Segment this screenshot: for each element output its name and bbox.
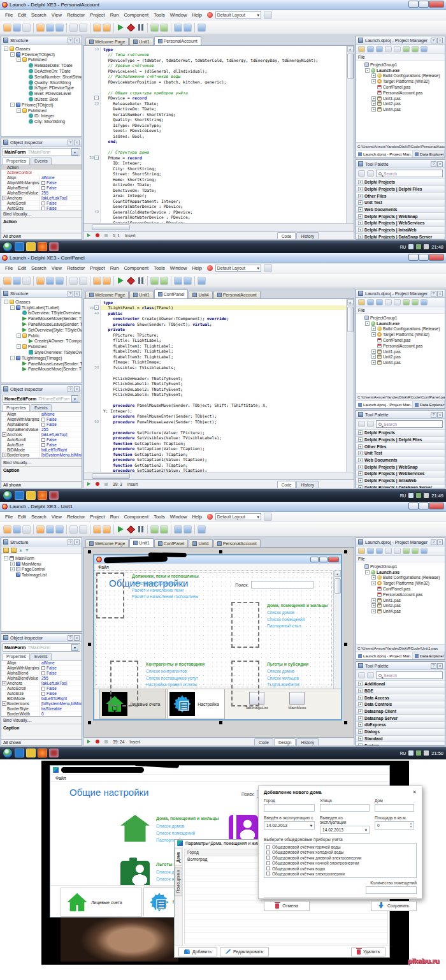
inspector-property-row[interactable]: +Anchors[akLeft,akTop] — [1, 196, 82, 201]
menu-item[interactable]: Window — [168, 265, 190, 272]
inspector-property-row[interactable]: +BorderIcons[biSystemMenu,biMinimize, — [1, 453, 82, 458]
browse-back-icon[interactable] — [174, 24, 182, 32]
palette-category[interactable]: +Additional — [356, 681, 445, 688]
tree-item[interactable]: ID: Integer — [1, 113, 82, 119]
property-value[interactable]: False — [47, 201, 57, 205]
designed-form[interactable]: Файл Общие настройки Поиск: Дома, помеще… — [93, 554, 342, 720]
pointer-icon[interactable] — [367, 421, 374, 427]
project-tree-item[interactable]: ProjectGroup1 — [356, 62, 445, 68]
palette-category[interactable]: +Dialogs — [356, 729, 445, 736]
project-tree-item[interactable]: +Unit4.pas — [356, 360, 445, 365]
property-checkbox[interactable] — [41, 687, 45, 691]
meter-checkbox-row[interactable]: Общедомовой счётчик горячей воды — [266, 845, 414, 849]
menu-item[interactable]: Refactor — [64, 265, 87, 272]
panel-link[interactable]: Регистрация должников — [132, 581, 198, 585]
project-tree-item[interactable]: +Build Configurations (Release) — [356, 73, 445, 79]
expand-icon[interactable]: + — [358, 743, 363, 745]
docked-tab[interactable]: Launch.dproj - Project Man... — [356, 652, 413, 659]
taskbar-browser-icon[interactable] — [38, 491, 47, 500]
minimize-button[interactable] — [408, 1, 419, 8]
close-button[interactable] — [429, 1, 444, 8]
inspector-property-row[interactable]: AlphaBlendFalse — [1, 422, 82, 427]
taskbar-browser-icon[interactable] — [38, 242, 47, 251]
close-button[interactable] — [328, 557, 339, 562]
palette-search-input[interactable]: Search — [376, 170, 443, 177]
expand-icon[interactable]: + — [371, 73, 376, 78]
pin-icon[interactable]: ? — [431, 539, 436, 545]
project-tree-item[interactable]: PersonalAccount.pas — [356, 592, 445, 597]
edit-button[interactable]: Редактировать — [220, 947, 269, 956]
platform-icon[interactable] — [421, 548, 428, 554]
palette-category[interactable]: +Data Access — [356, 694, 445, 701]
tree-item[interactable]: +PageControl — [1, 567, 82, 573]
pin-icon[interactable]: ? — [68, 635, 73, 641]
property-checkbox[interactable] — [41, 186, 45, 190]
tray-icon[interactable] — [416, 493, 421, 498]
tray-icon[interactable] — [416, 244, 421, 249]
property-checkbox[interactable] — [41, 201, 45, 205]
editor-view-tab[interactable]: Code — [254, 738, 273, 745]
docked-tab[interactable]: Launch.dproj - Project Man... — [356, 401, 413, 408]
inspector-property-row[interactable]: AutoScrollFalse — [1, 201, 82, 206]
clock[interactable]: 21:50 — [431, 750, 443, 756]
undo-icon[interactable] — [69, 277, 78, 285]
checkbox-icon[interactable] — [266, 845, 270, 849]
close-panel-icon[interactable]: x — [437, 663, 443, 669]
palette-category[interactable]: +Other Files — [356, 193, 445, 200]
new-project-icon[interactable] — [358, 299, 365, 305]
expand-icon[interactable]: + — [358, 485, 363, 488]
panel-link[interactable]: Список домов — [267, 610, 305, 615]
expand-icon[interactable]: - — [17, 108, 21, 113]
expand-icon[interactable]: + — [358, 235, 363, 239]
close-panel-icon[interactable]: x — [437, 539, 443, 545]
stop-icon[interactable] — [127, 277, 135, 285]
sync-icon[interactable] — [403, 46, 410, 52]
panel-link[interactable]: Список домов — [267, 669, 299, 673]
build-icon[interactable] — [103, 277, 111, 285]
property-value[interactable]: bdLeftToRight — [41, 448, 67, 452]
pause-icon[interactable] — [138, 277, 143, 284]
file-column-header[interactable]: File — [356, 556, 445, 562]
browse-forward-icon[interactable] — [183, 277, 192, 285]
panel-link[interactable]: Список домов — [156, 824, 195, 828]
sync-icon[interactable] — [403, 548, 410, 554]
help-insight-icon[interactable] — [207, 514, 213, 520]
language-indicator[interactable]: RU — [400, 245, 406, 249]
tree-item[interactable]: -Published — [1, 57, 82, 63]
expand-icon[interactable]: - — [365, 570, 370, 574]
editor-tab[interactable]: Unit1 — [129, 38, 153, 45]
pin-icon[interactable]: ? — [68, 140, 73, 145]
inspector-property-row[interactable]: BiDiModebdLeftToRight — [1, 448, 82, 453]
meter-checkbox-row[interactable]: Общедомовой счётчик электроэнергии — [266, 872, 414, 876]
close-panel-icon[interactable]: x — [437, 161, 443, 167]
palette-category[interactable]: +Delphi Projects | WebServices — [356, 220, 445, 227]
bind-visually-link[interactable]: Bind Visually.... — [1, 210, 82, 217]
expand-icon[interactable]: - — [10, 305, 15, 310]
palette-category[interactable]: +Delphi Projects | WebSnap — [356, 464, 445, 471]
close-button[interactable] — [429, 254, 444, 261]
save-icon[interactable] — [46, 24, 54, 32]
step-over-icon[interactable] — [160, 24, 168, 32]
project-tree-item[interactable]: +Build Configurations (Release) — [356, 575, 445, 581]
delete-folder-icon[interactable] — [11, 548, 17, 553]
property-checkbox[interactable] — [41, 671, 45, 675]
browse-back-icon[interactable] — [174, 277, 182, 285]
build-icon[interactable] — [103, 525, 111, 534]
expand-icon[interactable]: + — [358, 465, 363, 469]
cancel-button[interactable]: Отмена — [264, 901, 310, 911]
menu-item[interactable]: Refactor — [64, 11, 87, 18]
palette-menu-icon[interactable] — [358, 672, 365, 678]
redo-icon[interactable] — [79, 277, 87, 285]
layout-selector[interactable]: Default Layout▾ — [215, 265, 261, 272]
expand-icon[interactable]: + — [358, 736, 363, 741]
pause-icon[interactable] — [138, 24, 143, 31]
close-icon[interactable]: ✕ — [412, 789, 417, 795]
sort-icon[interactable] — [394, 299, 401, 305]
inspector-property-row[interactable]: AutoScrollFalse — [1, 686, 82, 691]
editor-tab[interactable]: PersonalAccount — [213, 291, 261, 298]
minimize-button[interactable] — [408, 254, 419, 261]
project-tree-item[interactable]: PersonalAccount.pas — [356, 343, 445, 349]
expand-icon[interactable]: + — [2, 453, 6, 457]
taskbar-browser-icon[interactable] — [38, 749, 47, 757]
add-file-icon[interactable] — [367, 46, 374, 52]
